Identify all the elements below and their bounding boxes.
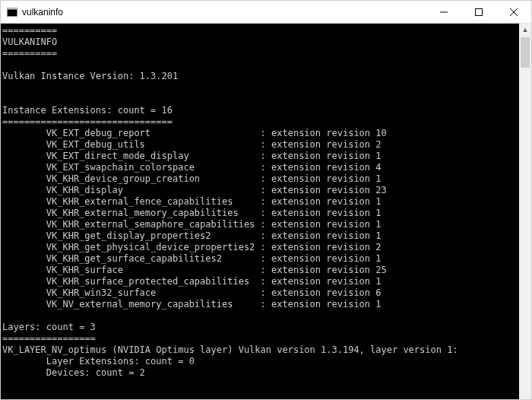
scroll-up-arrow[interactable]: ▲ [519,24,531,36]
window-title: vulkaninfo [22,7,63,17]
svg-rect-1 [8,8,17,9]
scrollbar[interactable]: ▲ [519,24,531,399]
console-icon [7,7,17,17]
maximize-button[interactable] [461,1,496,23]
minimize-button[interactable] [426,1,461,23]
close-button[interactable] [496,1,531,23]
titlebar: vulkaninfo [1,1,531,24]
titlebar-left: vulkaninfo [7,7,63,17]
svg-rect-3 [476,8,483,15]
scroll-thumb[interactable] [521,37,530,68]
console-area: ========== VULKANINFO ========== Vulkan … [1,24,531,399]
window-controls [426,1,531,23]
console-output[interactable]: ========== VULKANINFO ========== Vulkan … [1,24,519,399]
